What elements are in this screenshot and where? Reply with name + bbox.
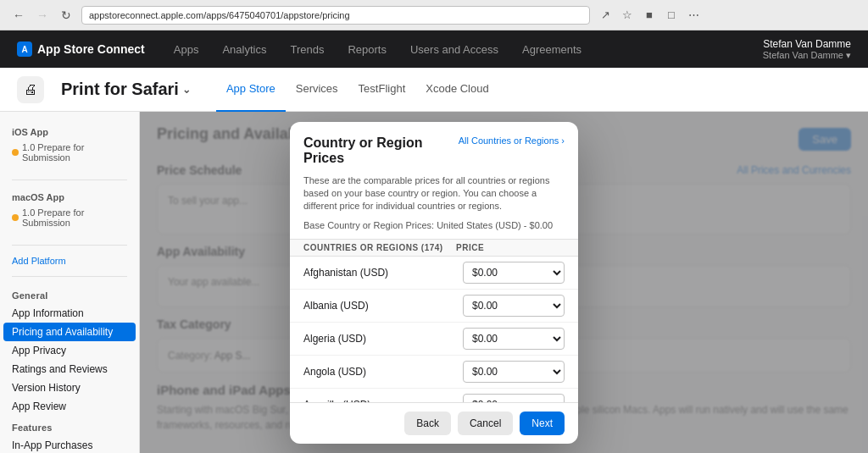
sidebar-item-privacy[interactable]: App Privacy [0,341,139,360]
add-platform-link[interactable]: Add Platform [0,252,139,269]
macos-version-text: 1.0 Prepare for Submission [22,207,127,228]
modal-table-header: COUNTRIES OR REGIONS (174) PRICE [290,239,578,257]
sidebar-item-ratings[interactable]: Ratings and Reviews [0,360,139,378]
tab-xcode-cloud[interactable]: Xcode Cloud [415,68,498,112]
extensions-icon[interactable]: ■ [641,7,658,24]
price-wrapper: $0.00 [463,262,565,284]
refresh-button[interactable]: ↻ [58,7,75,24]
sidebar-item-app-review[interactable]: App Review [0,397,139,416]
asc-header: A App Store Connect Apps Analytics Trend… [0,30,868,68]
price-wrapper: $0.00 [463,394,565,402]
nav-trends[interactable]: Trends [278,30,336,68]
tab-app-store[interactable]: App Store [216,68,286,112]
macos-app-section: macOS App 1.0 Prepare for Submission [0,187,139,238]
general-section-title: General [0,284,139,304]
ios-version-text: 1.0 Prepare for Submission [22,142,127,163]
sidebar-item-app-information[interactable]: App Information [0,304,139,323]
table-row: Anguilla (USD) $0.00 [290,389,578,402]
price-select[interactable]: $0.00 [463,394,565,402]
asc-user[interactable]: Stefan Van Damme Stefan Van Damme ▾ [763,38,851,61]
sidebar-divider-1 [12,180,127,180]
app-subheader: 🖨 Print for Safari ⌄ App Store Services … [0,68,868,112]
sidebar-divider-3 [12,276,127,277]
price-wrapper: $0.00 [463,328,565,350]
nav-agreements[interactable]: Agreements [510,30,593,68]
share-icon[interactable]: ↗ [597,7,614,24]
country-region-prices-modal: Country or Region Prices All Countries o… [290,122,578,444]
url-text: appstoreconnect.apple.com/apps/647504070… [89,10,350,20]
price-wrapper: $0.00 [463,361,565,383]
ios-app-section: iOS App 1.0 Prepare for Submission [0,122,139,173]
cancel-button[interactable]: Cancel [458,412,513,435]
modal-overlay: Country or Region Prices All Countries o… [140,112,868,453]
price-select[interactable]: $0.00 [463,328,565,350]
modal-footer: Back Cancel Next [290,402,578,444]
nav-apps[interactable]: Apps [162,30,211,68]
table-row: Afghanistan (USD) $0.00 [290,257,578,290]
next-button[interactable]: Next [520,412,565,435]
macos-version: 1.0 Prepare for Submission [12,206,127,229]
user-name: Stefan Van Damme [763,38,851,50]
price-select[interactable]: $0.00 [463,361,565,383]
ios-app-title: iOS App [12,127,127,137]
app-tabs: App Store Services TestFlight Xcode Clou… [216,68,499,112]
content-area: Pricing and Availability Save Price Sche… [140,112,868,453]
asc-logo-text: App Store Connect [37,42,145,56]
tab-services[interactable]: Services [286,68,348,112]
macos-version-dot [12,214,19,221]
nav-users[interactable]: Users and Access [398,30,510,68]
price-wrapper: $0.00 [463,295,565,317]
country-name: Algeria (USD) [303,333,463,345]
sidebar-item-pricing[interactable]: Pricing and Availability [3,323,136,341]
price-select[interactable]: $0.00 [463,262,565,284]
table-row: Algeria (USD) $0.00 [290,323,578,356]
address-bar[interactable]: appstoreconnect.apple.com/apps/647504070… [81,6,590,25]
back-button[interactable]: Back [404,412,451,435]
tab-testflight[interactable]: TestFlight [348,68,416,112]
bookmark-icon[interactable]: ☆ [619,7,636,24]
all-countries-link[interactable]: All Countries or Regions › [459,135,565,146]
col-price-label: PRICE [456,243,558,252]
table-row: Albania (USD) $0.00 [290,290,578,323]
browser-icons: ↗ ☆ ■ □ ⋯ [597,7,702,24]
app-title: Print for Safari ⌄ [61,80,191,99]
app-title-chevron-icon: ⌄ [182,84,191,96]
app-icon: 🖨 [17,76,44,103]
ios-version-dot [12,149,19,156]
main-layout: iOS App 1.0 Prepare for Submission macOS… [0,112,868,453]
sidebar-item-version-history[interactable]: Version History [0,378,139,397]
asc-nav: Apps Analytics Trends Reports Users and … [162,30,746,68]
features-section-title: Features [0,416,139,436]
more-icon[interactable]: ⋯ [685,7,702,24]
tab-icon[interactable]: □ [663,7,680,24]
asc-logo: A App Store Connect [17,41,145,57]
nav-analytics[interactable]: Analytics [210,30,278,68]
price-select[interactable]: $0.00 [463,295,565,317]
modal-description: These are the comparable prices for all … [290,174,578,220]
country-name: Angola (USD) [303,366,463,378]
country-name: Afghanistan (USD) [303,267,463,279]
modal-title: Country or Region Prices [303,135,452,166]
modal-base-label: Base Country or Region Prices: [303,220,434,230]
modal-header: Country or Region Prices All Countries o… [290,122,578,174]
table-row: Angola (USD) $0.00 [290,356,578,389]
modal-table-body: Afghanistan (USD) $0.00 Albania (USD) $0… [290,257,578,402]
scroll-spacer [558,243,565,252]
country-name: Albania (USD) [303,300,463,312]
app-name-text: Print for Safari [61,80,179,99]
modal-base-price: Base Country or Region Prices: United St… [290,220,578,239]
macos-app-title: macOS App [12,192,127,202]
back-button[interactable]: ← [10,7,27,24]
ios-version: 1.0 Prepare for Submission [12,141,127,164]
modal-base-value: United States (USD) - $0.00 [437,220,553,230]
forward-button[interactable]: → [34,7,51,24]
sidebar: iOS App 1.0 Prepare for Submission macOS… [0,112,140,453]
browser-chrome: ← → ↻ appstoreconnect.apple.com/apps/647… [0,0,868,30]
sidebar-divider-2 [12,245,127,246]
asc-logo-icon: A [17,41,32,57]
user-sub: Stefan Van Damme ▾ [763,50,851,61]
sidebar-item-iap[interactable]: In-App Purchases [0,436,139,453]
col-countries-label: COUNTRIES OR REGIONS (174) [303,243,456,252]
nav-reports[interactable]: Reports [336,30,398,68]
